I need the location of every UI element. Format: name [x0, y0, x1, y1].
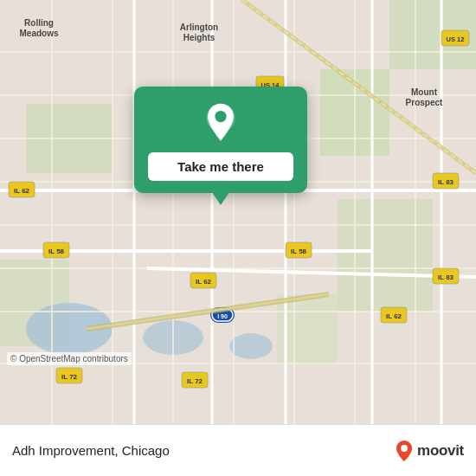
moovit-logo: moovit: [395, 440, 464, 462]
svg-text:Prospect: Prospect: [406, 98, 443, 107]
svg-text:IL 83: IL 83: [438, 178, 454, 186]
svg-rect-4: [338, 199, 433, 312]
moovit-brand-label: moovit: [417, 442, 464, 460]
svg-text:IL 72: IL 72: [61, 373, 78, 381]
copyright-text: © OpenStreetMap contributors: [7, 352, 132, 365]
svg-text:Mount: Mount: [411, 87, 438, 97]
svg-text:IL 62: IL 62: [196, 278, 212, 286]
svg-point-9: [229, 333, 273, 359]
svg-text:US 12: US 12: [447, 35, 465, 43]
svg-point-70: [401, 445, 408, 452]
svg-text:Meadows: Meadows: [19, 29, 58, 38]
svg-text:IL 58: IL 58: [48, 248, 65, 255]
map-container: IL 62 IL 62 IL 62 IL 58 IL 58 IL 83 IL 8…: [0, 0, 476, 424]
moovit-pin-icon: [395, 440, 414, 462]
svg-text:IL 72: IL 72: [187, 377, 203, 385]
svg-text:IL 62: IL 62: [386, 312, 402, 320]
location-label: Adh Improvement, Chicago: [12, 443, 170, 458]
popup-card: Take me there: [134, 87, 307, 193]
svg-text:Arlington: Arlington: [180, 23, 218, 32]
svg-text:Rolling: Rolling: [24, 18, 54, 28]
svg-text:IL 58: IL 58: [291, 248, 307, 255]
svg-point-69: [215, 111, 226, 122]
svg-text:IL 62: IL 62: [14, 187, 30, 195]
bottom-bar: Adh Improvement, Chicago moovit: [0, 424, 476, 476]
location-pin-icon: [200, 102, 241, 144]
take-me-there-button[interactable]: Take me there: [148, 152, 293, 181]
svg-text:I 90: I 90: [217, 313, 228, 319]
svg-text:IL 83: IL 83: [438, 273, 454, 281]
svg-text:Heights: Heights: [183, 33, 215, 42]
